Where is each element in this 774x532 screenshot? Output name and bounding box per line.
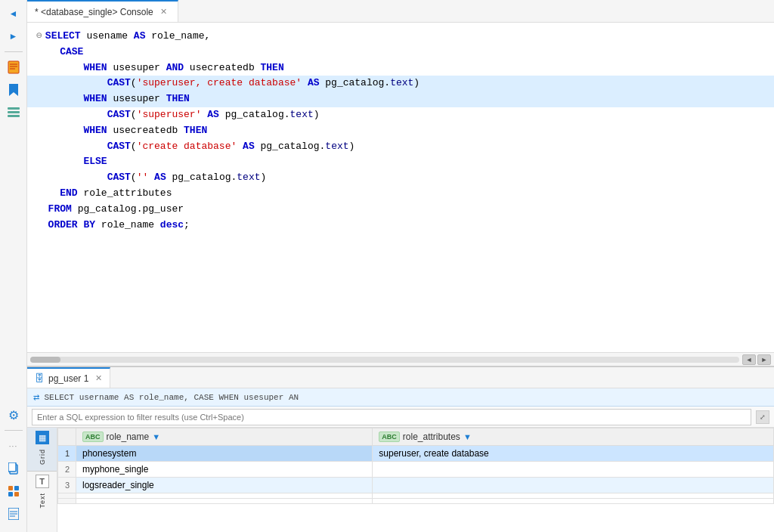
sidebar-separator-1: [5, 51, 23, 52]
svg-rect-13: [14, 492, 19, 496]
code-line-5: WHEN usesuper THEN: [27, 91, 774, 107]
svg-rect-0: [8, 61, 19, 73]
editor-scrollbar-area: ◄ ►: [27, 352, 774, 366]
bookmark-icon[interactable]: [3, 79, 24, 101]
editor-tab[interactable]: * <database_single> Console ✕: [27, 0, 178, 22]
code-line-11: END role_attributes: [27, 186, 774, 202]
doc-icon[interactable]: [3, 57, 24, 78]
scroll-left-btn[interactable]: ◄: [742, 354, 756, 365]
svg-rect-6: [8, 111, 20, 113]
cell-role-attrs-3: [373, 478, 774, 493]
data-icon[interactable]: [3, 481, 24, 502]
table-row-empty-1: [58, 493, 774, 499]
cell-role-name-1: phonesystem: [76, 446, 373, 462]
code-line-6: CAST ( 'superuser' AS pg_catalog. text ): [27, 107, 774, 123]
filter-input[interactable]: [32, 409, 751, 425]
query-display-bar: ⇄ SELECT username AS role_name, CASE WHE…: [27, 388, 774, 407]
tab-bar: * <database_single> Console ✕: [27, 0, 774, 23]
left-sidebar: ◄ ► ⚙ ···: [0, 0, 27, 532]
results-tab-bar: 🗄 pg_user 1 ✕: [27, 367, 774, 388]
sql-editor[interactable]: ⊖ SELECT usename AS role_name, CASE WHEN…: [27, 23, 774, 352]
copy-icon[interactable]: [3, 458, 24, 479]
nav-back-icon[interactable]: ◄: [3, 3, 24, 24]
row-num-2: 2: [58, 462, 76, 478]
results-tab-pguser[interactable]: 🗄 pg_user 1 ✕: [27, 367, 110, 388]
svg-rect-9: [8, 462, 16, 472]
svg-rect-11: [14, 486, 19, 490]
results-tab-icon: 🗄: [35, 373, 45, 384]
col-type-badge-role-attributes: ABC: [379, 431, 400, 442]
text-label[interactable]: Text: [37, 490, 48, 512]
query-display-icon: ⇄: [33, 391, 39, 404]
query-display-text: SELECT username AS role_name, CASE WHEN …: [44, 393, 299, 402]
results-panel: 🗄 pg_user 1 ✕ ⇄ SELECT username AS role_…: [27, 366, 774, 532]
table-row-empty-2: [58, 499, 774, 504]
row-num-header: [58, 428, 76, 446]
col-filter-icon-role-name[interactable]: ▼: [152, 432, 160, 441]
scroll-buttons: ◄ ►: [742, 354, 771, 365]
code-line-9: ELSE: [27, 154, 774, 170]
file-icon[interactable]: [3, 503, 24, 524]
gear-icon[interactable]: ⚙: [3, 404, 24, 425]
text-icon[interactable]: T: [36, 475, 49, 488]
col-header-role-attributes: ABC role_attributes ▼: [373, 428, 774, 446]
col-label-role-name: role_name: [107, 431, 150, 442]
code-line-10: CAST ( '' AS pg_catalog. text ): [27, 170, 774, 186]
results-table: ABC role_name ▼ ABC role_attributes ▼: [57, 428, 774, 504]
svg-rect-7: [8, 115, 20, 117]
h-scrollbar-thumb[interactable]: [30, 357, 60, 363]
code-line-13: ORDER BY role_name desc ;: [27, 218, 774, 234]
filter-expand-btn[interactable]: ⤢: [756, 410, 769, 424]
scroll-right-btn[interactable]: ►: [757, 354, 771, 365]
editor-tab-close[interactable]: ✕: [158, 6, 170, 18]
svg-rect-12: [8, 492, 13, 496]
table-row[interactable]: 3 logsreader_single: [58, 478, 774, 493]
col-header-role-name: ABC role_name ▼: [76, 428, 373, 446]
results-table-wrapper: ▦ Grid T Text ABC: [27, 428, 774, 532]
row-num-3: 3: [58, 478, 76, 493]
dots-icon[interactable]: ···: [3, 435, 24, 456]
svg-marker-4: [9, 84, 18, 96]
svg-rect-5: [8, 107, 20, 110]
main-area: * <database_single> Console ✕ ⊖ SELECT u…: [27, 0, 774, 532]
filter-bar: ⤢: [27, 407, 774, 428]
col-label-role-attributes: role_attributes: [403, 431, 460, 442]
cell-role-name-2: myphone_single: [76, 462, 373, 478]
results-tab-close[interactable]: ✕: [95, 373, 102, 383]
svg-rect-10: [8, 486, 13, 490]
grid-icon[interactable]: ▦: [36, 431, 49, 444]
list-icon[interactable]: [3, 102, 24, 123]
table-header-row: ABC role_name ▼ ABC role_attributes ▼: [58, 428, 774, 446]
table-row[interactable]: 1 phonesystem superuser, create database: [58, 446, 774, 462]
code-line-1: ⊖ SELECT usename AS role_name,: [27, 29, 774, 45]
cell-role-attrs-1: superuser, create database: [373, 446, 774, 462]
results-table-container: ABC role_name ▼ ABC role_attributes ▼: [57, 428, 774, 532]
nav-forward-icon[interactable]: ►: [3, 26, 24, 47]
sidebar-separator-2: [5, 430, 23, 431]
code-line-2: CASE: [27, 45, 774, 60]
code-line-7: WHEN usecreatedb THEN: [27, 123, 774, 139]
col-filter-icon-role-attributes[interactable]: ▼: [463, 432, 472, 441]
grid-label[interactable]: Grid: [37, 446, 48, 468]
col-type-badge-role-name: ABC: [82, 431, 104, 442]
cell-role-attrs-2: [373, 462, 774, 478]
cell-role-name-3: logsreader_single: [76, 478, 373, 493]
row-num-1: 1: [58, 446, 76, 462]
code-line-8: CAST ( 'create database' AS pg_catalog. …: [27, 139, 774, 155]
editor-tab-label: * <database_single> Console: [35, 7, 153, 17]
h-scrollbar-track[interactable]: [30, 357, 739, 363]
code-line-12: FROM pg_catalog.pg_user: [27, 202, 774, 218]
results-tab-label: pg_user 1: [48, 373, 88, 384]
results-side-labels: ▦ Grid T Text: [27, 428, 57, 532]
code-line-3: WHEN usesuper AND usecreatedb THEN: [27, 60, 774, 76]
code-line-4: CAST ( 'superuser, create database' AS p…: [27, 76, 774, 91]
table-row[interactable]: 2 myphone_single: [58, 462, 774, 478]
